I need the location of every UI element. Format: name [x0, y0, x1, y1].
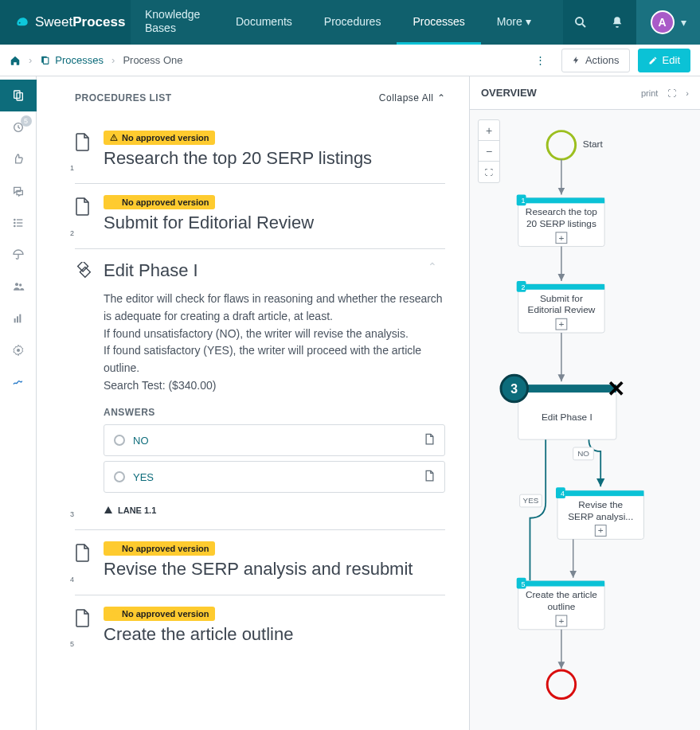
- procedure-row[interactable]: 4 No approved version Revise the SERP an…: [75, 530, 445, 595]
- rail-thumbs-icon[interactable]: [0, 143, 37, 175]
- svg-rect-62: [518, 581, 604, 587]
- svg-point-12: [14, 225, 14, 226]
- nav-procedures[interactable]: Procedures: [308, 0, 397, 45]
- nav-documents[interactable]: Documents: [220, 0, 308, 45]
- list-heading: PROCEDURES LIST: [75, 92, 172, 103]
- start-label: Start: [583, 139, 604, 150]
- chevron-up-icon: ⌃: [437, 92, 446, 103]
- svg-point-1: [576, 18, 583, 25]
- warning-badge: No approved version: [104, 607, 215, 621]
- nav-processes[interactable]: Processes: [397, 0, 480, 45]
- rail-list-icon[interactable]: [0, 207, 37, 239]
- breadcrumb-current: Process One: [123, 54, 182, 66]
- bell-icon[interactable]: [600, 0, 635, 45]
- svg-text:+: +: [558, 232, 564, 244]
- collapse-all[interactable]: Collapse All ⌃: [379, 92, 445, 103]
- rail-gear-icon[interactable]: [0, 334, 37, 366]
- rail-umbrella-icon[interactable]: [0, 239, 37, 271]
- rail-trend-icon[interactable]: [0, 366, 37, 398]
- svg-text:✕: ✕: [607, 377, 625, 401]
- zoom-out[interactable]: −: [479, 141, 499, 162]
- breadcrumb-processes[interactable]: Processes: [40, 54, 104, 66]
- overview-heading: OVERVIEW: [481, 87, 537, 99]
- answer-label: NO: [133, 435, 149, 447]
- logo-icon: [14, 14, 30, 30]
- warning-icon: [110, 198, 118, 206]
- svg-text:Edit Phase I: Edit Phase I: [542, 412, 592, 423]
- svg-text:+: +: [558, 615, 564, 627]
- user-menu[interactable]: A ▾: [636, 0, 700, 45]
- procedure-row[interactable]: 2 No approved version Submit for Editori…: [75, 184, 445, 248]
- svg-text:2: 2: [522, 283, 526, 291]
- svg-rect-25: [518, 197, 604, 203]
- svg-rect-4: [44, 57, 49, 64]
- procedure-title: Create the article outline: [104, 624, 445, 645]
- procedure-row[interactable]: 5 No approved version Create the article…: [75, 595, 445, 659]
- svg-text:5: 5: [522, 580, 526, 588]
- overview-panel: OVERVIEW print ⛶ › + − ⛶: [469, 76, 700, 730]
- svg-text:Research the top: Research the top: [526, 206, 598, 217]
- answer-yes[interactable]: YES: [104, 461, 445, 493]
- edit-button[interactable]: Edit: [638, 49, 690, 72]
- svg-text:1: 1: [522, 197, 526, 205]
- procedure-row-decision[interactable]: 3 Edit Phase I The editor will check for…: [75, 249, 445, 531]
- rail-chat-icon[interactable]: [0, 175, 37, 207]
- svg-point-10: [14, 222, 14, 223]
- radio-icon: [114, 435, 125, 446]
- rail-copy-icon[interactable]: [0, 80, 37, 111]
- svg-text:SERP analysi...: SERP analysi...: [568, 511, 633, 522]
- home-icon[interactable]: [10, 55, 21, 66]
- svg-line-2: [582, 24, 585, 27]
- warning-badge: No approved version: [104, 131, 215, 145]
- answers-heading: ANSWERS: [104, 407, 445, 418]
- procedure-title: Submit for Editorial Review: [104, 213, 445, 233]
- svg-point-22: [547, 131, 575, 159]
- svg-text:Revise the: Revise the: [578, 499, 623, 510]
- nav-knowledge-bases[interactable]: Knowledge Bases: [131, 0, 220, 45]
- svg-text:NO: NO: [577, 449, 589, 458]
- rail-team-icon[interactable]: [0, 271, 37, 303]
- lane-label: LANE 1.1: [104, 506, 445, 515]
- svg-point-70: [547, 670, 575, 698]
- step-number: 4: [70, 576, 74, 584]
- rail-stats-icon[interactable]: [0, 303, 37, 334]
- procedure-row[interactable]: 1 No approved version Research the top 2…: [75, 119, 445, 184]
- left-rail: 5: [0, 76, 37, 730]
- svg-text:20 SERP listings: 20 SERP listings: [526, 218, 596, 229]
- actions-button[interactable]: Actions: [561, 49, 630, 72]
- warning-icon: [110, 134, 118, 142]
- zoom-fit-icon[interactable]: ⛶: [479, 162, 499, 182]
- search-icon[interactable]: [563, 0, 598, 45]
- svg-point-14: [15, 283, 18, 286]
- rail-history-icon[interactable]: 5: [0, 111, 37, 143]
- logo[interactable]: SweetProcess: [0, 0, 131, 45]
- answer-no[interactable]: NO: [104, 424, 445, 456]
- svg-rect-20: [78, 262, 88, 271]
- rail-badge: 5: [21, 115, 32, 127]
- svg-text:+: +: [558, 318, 564, 330]
- lane-icon: [104, 506, 113, 515]
- doc-icon: [424, 470, 435, 484]
- avatar: A: [651, 10, 675, 34]
- overview-heading-row: OVERVIEW print ⛶ ›: [470, 76, 700, 110]
- nav-more[interactable]: More ▾: [481, 0, 547, 45]
- decision-icon: 3: [75, 262, 92, 516]
- fullscreen-icon[interactable]: ⛶: [667, 88, 676, 98]
- kebab-icon[interactable]: ⋮: [527, 54, 553, 66]
- answer-label: YES: [133, 471, 154, 483]
- flowchart[interactable]: Start 1 Research the top 20 SERP listing…: [470, 110, 700, 730]
- main: PROCEDURES LIST Collapse All ⌃ 1 No appr…: [37, 76, 700, 730]
- doc-icon: 1: [75, 132, 92, 169]
- procedure-desc: The editor will check for flaws in reaso…: [104, 291, 445, 394]
- procedure-title: Research the top 20 SERP listings: [104, 148, 445, 169]
- bolt-icon: [572, 56, 581, 64]
- svg-text:Submit for: Submit for: [540, 293, 583, 304]
- body: 5 PROCEDURES LIST: [0, 76, 700, 730]
- svg-text:Create the article: Create the article: [526, 589, 597, 600]
- chevron-right-icon[interactable]: ›: [686, 88, 689, 98]
- print-link[interactable]: print: [641, 88, 658, 98]
- zoom-in[interactable]: +: [479, 120, 499, 141]
- chevron-up-icon[interactable]: ⌃: [428, 260, 437, 273]
- breadcrumb-sep: ›: [29, 54, 32, 66]
- svg-text:4: 4: [561, 490, 565, 498]
